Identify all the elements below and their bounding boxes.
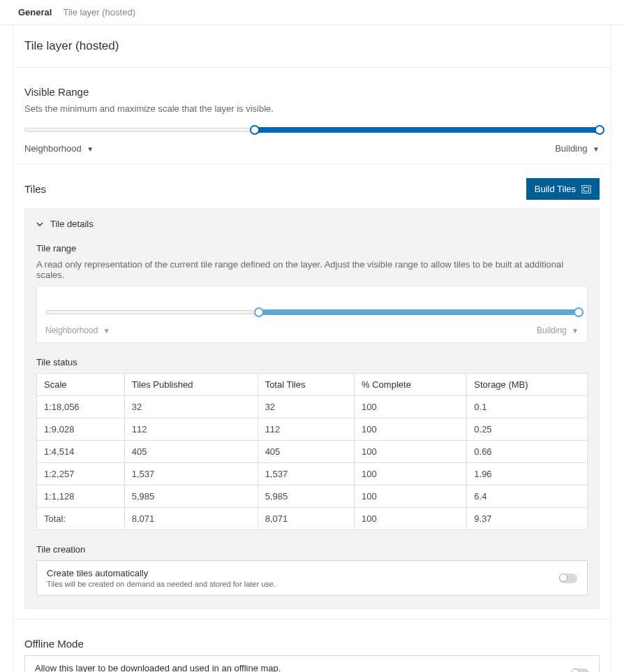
- col-published: Tiles Published: [124, 374, 258, 396]
- table-cell: 112: [124, 418, 258, 441]
- svg-rect-0: [582, 185, 590, 193]
- table-cell: 0.25: [467, 418, 588, 441]
- tile-range-min-label: Neighborhood: [45, 326, 98, 335]
- tile-status-heading: Tile status: [36, 357, 588, 367]
- offline-allow-title: Allow this layer to be downloaded and us…: [35, 663, 402, 672]
- table-cell: 100: [355, 418, 467, 441]
- table-cell: 100: [355, 396, 467, 418]
- table-row: 1:4,5144054051000.66: [37, 441, 588, 463]
- toggle-knob: [559, 574, 567, 582]
- table-cell: 100: [355, 463, 467, 485]
- offline-heading: Offline Mode: [24, 638, 600, 650]
- table-cell: 1,537: [124, 463, 258, 485]
- table-cell: 1,537: [258, 463, 354, 485]
- caret-down-icon: ▼: [103, 327, 110, 335]
- svg-rect-1: [584, 187, 589, 191]
- table-cell: 1:9,028: [37, 418, 125, 441]
- table-row: 1:9,0281121121000.25: [37, 418, 588, 441]
- col-complete: % Complete: [355, 374, 467, 396]
- table-cell: 0.1: [467, 396, 588, 418]
- table-cell: 8,071: [124, 508, 258, 530]
- table-cell: 1:1,128: [37, 485, 125, 508]
- tile-range-max-label: Building: [537, 326, 567, 335]
- slider-fill: [259, 309, 579, 315]
- table-row: 1:18,05632321000.1: [37, 396, 588, 418]
- tab-general-label: General: [18, 7, 52, 17]
- table-row: 1:1,1285,9855,9851006.4: [37, 485, 588, 508]
- chevron-down-icon: [36, 221, 43, 228]
- table-cell: 32: [124, 396, 258, 418]
- table-cell: 5,985: [258, 485, 354, 508]
- table-cell: 100: [355, 441, 467, 463]
- table-cell: 6.4: [467, 485, 588, 508]
- tile-details-toggle[interactable]: Tile details: [36, 219, 588, 229]
- offline-section: Offline Mode Allow this layer to be down…: [13, 619, 611, 672]
- tile-range-min-select[interactable]: Neighborhood ▼: [45, 326, 110, 335]
- page-title: Tile layer (hosted): [24, 39, 600, 53]
- col-storage: Storage (MB): [467, 374, 588, 396]
- create-tiles-auto-title: Create tiles automatically: [47, 568, 276, 578]
- tile-details-panel: Tile details Tile range A read only repr…: [24, 208, 600, 609]
- visible-range-section: Visible Range Sets the minimum and maxim…: [13, 67, 611, 163]
- tile-range-hint: A read only representation of the curren…: [36, 259, 588, 280]
- tile-range-max-select[interactable]: Building ▼: [537, 326, 579, 335]
- table-cell: 1:4,514: [37, 441, 125, 463]
- top-tab-bar: General Tile layer (hosted): [0, 0, 624, 25]
- title-section: Tile layer (hosted): [13, 25, 611, 67]
- build-tiles-icon: [581, 184, 591, 194]
- visible-range-labels: Neighborhood ▼ Building ▼: [24, 143, 600, 154]
- table-cell: 1:2,257: [37, 463, 125, 485]
- content-card: Tile layer (hosted) Visible Range Sets t…: [13, 25, 611, 672]
- table-cell: 1:18,056: [37, 396, 125, 418]
- table-cell: 112: [258, 418, 354, 441]
- offline-allow-text: Allow this layer to be downloaded and us…: [35, 663, 402, 672]
- tile-creation-heading: Tile creation: [36, 544, 588, 555]
- table-cell: 1.96: [467, 463, 588, 485]
- caret-down-icon: ▼: [572, 327, 579, 335]
- tiles-heading: Tiles: [24, 183, 46, 195]
- visible-range-min-label: Neighborhood: [24, 143, 82, 154]
- tab-general[interactable]: General: [13, 4, 57, 20]
- slider-thumb-min[interactable]: [250, 125, 260, 135]
- table-cell: 32: [258, 396, 354, 418]
- table-cell: 0.66: [467, 441, 588, 463]
- slider-fill: [255, 127, 600, 133]
- offline-allow-row: Allow this layer to be downloaded and us…: [24, 655, 600, 672]
- toggle-knob: [571, 669, 579, 673]
- visible-range-hint: Sets the minimum and maximize scale that…: [24, 103, 600, 114]
- table-cell: 405: [124, 441, 258, 463]
- create-tiles-auto-row: Create tiles automatically Tiles will be…: [36, 560, 588, 596]
- table-cell: 8,071: [258, 508, 354, 530]
- tile-details-label: Tile details: [50, 219, 94, 229]
- table-cell: 5,985: [124, 485, 258, 508]
- tile-status-table: Scale Tiles Published Total Tiles % Comp…: [36, 373, 588, 530]
- slider-thumb-max[interactable]: [595, 125, 604, 135]
- build-tiles-button[interactable]: Build Tiles: [526, 178, 600, 200]
- visible-range-max-label: Building: [555, 143, 587, 154]
- visible-range-min-select[interactable]: Neighborhood ▼: [24, 143, 94, 154]
- tile-range-labels: Neighborhood ▼ Building ▼: [45, 326, 579, 335]
- tiles-section: Tiles Build Tiles Tile details: [13, 163, 611, 619]
- table-cell: 100: [355, 508, 467, 530]
- slider-thumb-min: [254, 307, 264, 317]
- create-tiles-auto-text: Create tiles automatically Tiles will be…: [47, 568, 276, 588]
- tile-range-box: Neighborhood ▼ Building ▼: [36, 286, 588, 343]
- col-scale: Scale: [37, 374, 125, 396]
- app-frame: General Tile layer (hosted) Tile layer (…: [0, 0, 624, 672]
- table-row: Total:8,0718,0711009.37: [37, 508, 588, 530]
- tab-tile-layer[interactable]: Tile layer (hosted): [57, 4, 141, 20]
- create-tiles-auto-toggle[interactable]: [559, 574, 577, 583]
- caret-down-icon: ▼: [593, 145, 600, 153]
- table-row: 1:2,2571,5371,5371001.96: [37, 463, 588, 485]
- slider-thumb-max: [574, 307, 584, 317]
- visible-range-heading: Visible Range: [24, 86, 600, 98]
- table-cell: 9.37: [467, 508, 588, 530]
- table-header-row: Scale Tiles Published Total Tiles % Comp…: [37, 374, 588, 396]
- col-total: Total Tiles: [258, 374, 354, 396]
- visible-range-slider[interactable]: [24, 121, 600, 139]
- tile-range-slider: [45, 303, 579, 321]
- offline-allow-toggle[interactable]: [571, 669, 589, 673]
- tile-range-heading: Tile range: [36, 243, 588, 254]
- build-tiles-label: Build Tiles: [535, 184, 576, 194]
- visible-range-max-select[interactable]: Building ▼: [555, 143, 600, 154]
